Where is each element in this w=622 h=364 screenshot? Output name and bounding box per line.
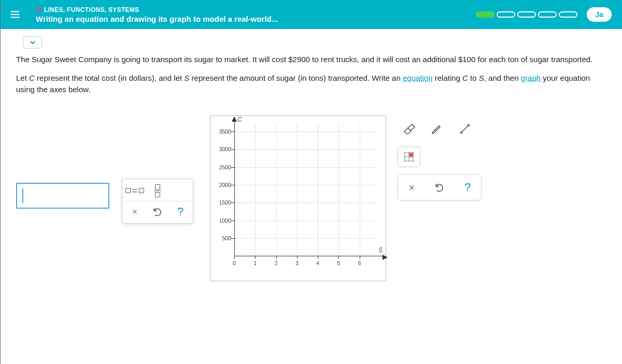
menu-button[interactable] — [5, 4, 25, 25]
y-tick-label: 500 — [217, 235, 231, 241]
progress-bar — [476, 11, 577, 18]
x-tick-label: 6 — [356, 260, 363, 266]
undo-icon — [152, 207, 163, 217]
point-grid-icon — [402, 150, 416, 164]
x-tick-label: 3 — [293, 260, 301, 266]
chevron-down-icon — [29, 38, 37, 47]
top-bar: LINES, FUNCTIONS, SYSTEMS Writing an equ… — [1, 0, 622, 29]
x-tick-label: 5 — [335, 260, 342, 266]
hamburger-icon — [9, 9, 21, 20]
text-cursor-icon — [22, 188, 23, 203]
x-tick-label: 2 — [273, 260, 280, 266]
graph-clear[interactable]: × — [400, 177, 423, 198]
tool-eraser[interactable] — [398, 119, 420, 139]
x-tick-label: 4 — [314, 260, 321, 266]
problem-text: The Sugar Sweet Company is going to tran… — [16, 54, 606, 95]
y-tick-label: 1000 — [217, 217, 231, 224]
tool-clear[interactable]: × — [123, 201, 146, 222]
tool-help[interactable]: ? — [169, 201, 192, 222]
tool-fraction[interactable] — [146, 180, 169, 201]
topic-dot-icon — [36, 7, 41, 12]
tool-point[interactable] — [398, 147, 420, 167]
graph-help[interactable]: ? — [456, 177, 479, 198]
link-equation[interactable]: equation — [403, 74, 433, 82]
progress-seg — [497, 11, 515, 18]
y-tick-label: 2500 — [217, 164, 231, 170]
progress-seg — [476, 11, 494, 18]
y-axis-label: C — [237, 116, 242, 123]
pencil-icon — [431, 123, 443, 135]
tool-undo[interactable] — [146, 201, 169, 222]
y-tick-label: 1500 — [217, 199, 231, 206]
equation-toolbar: = × ? — [122, 179, 193, 224]
graph-undo[interactable] — [428, 177, 451, 198]
tool-pencil[interactable] — [426, 119, 448, 139]
x-tick-label: 0 — [231, 260, 238, 266]
y-tick-label: 2000 — [217, 182, 231, 188]
breadcrumb: LINES, FUNCTIONS, SYSTEMS — [44, 6, 139, 13]
eraser-icon — [403, 123, 415, 135]
progress-seg — [538, 11, 557, 18]
x-axis-label: S — [378, 246, 383, 254]
graph-canvas[interactable]: 5001000150020002500300035000123456CS — [210, 115, 386, 281]
user-pill[interactable]: Ja — [587, 7, 612, 22]
expand-dropdown[interactable] — [23, 36, 42, 49]
line-icon — [459, 123, 471, 135]
lesson-title: Writing an equation and drawing its grap… — [36, 14, 278, 23]
progress-seg — [559, 11, 577, 18]
tool-line[interactable] — [454, 119, 476, 139]
tool-equals[interactable]: = — [123, 180, 146, 201]
y-tick-label: 3000 — [217, 146, 231, 152]
link-graph[interactable]: graph — [521, 74, 541, 82]
undo-icon — [434, 182, 445, 193]
equation-input[interactable] — [16, 183, 109, 209]
progress-seg — [517, 11, 536, 18]
y-tick-label: 3500 — [217, 128, 231, 135]
x-tick-label: 1 — [251, 260, 259, 266]
draw-toolbar: × ? — [398, 115, 482, 200]
